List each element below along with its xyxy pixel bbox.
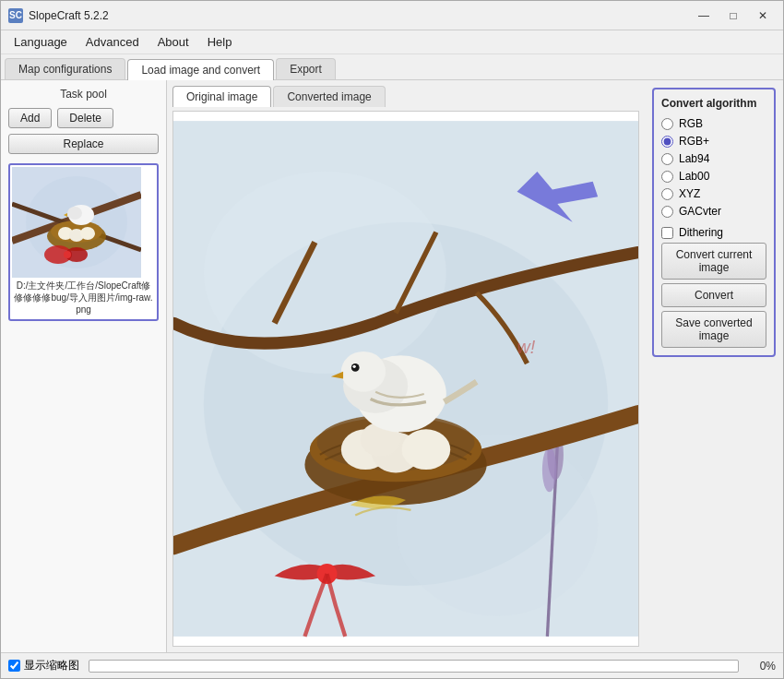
radio-lab00-input[interactable] [661, 171, 673, 183]
svg-text:w!: w! [517, 337, 536, 357]
image-tab-converted[interactable]: Converted image [273, 86, 385, 107]
progress-bar-container [89, 660, 739, 673]
svg-point-27 [402, 429, 451, 470]
right-panel: Convert algorithm RGB RGB+ Lab94 [645, 80, 783, 652]
action-buttons: Convert current image Convert Save conve… [661, 243, 766, 348]
sidebar: Task pool Add Delete Replace [1, 80, 167, 652]
tab-bar: Map configurations Load image and conver… [1, 54, 783, 80]
maximize-button[interactable]: □ [720, 6, 746, 25]
tab-export[interactable]: Export [276, 58, 336, 79]
image-tab-original[interactable]: Original image [172, 86, 271, 107]
window-controls: — □ ✕ [691, 6, 776, 25]
app-icon: SC [8, 8, 23, 23]
radio-rgbplus-label: RGB+ [679, 135, 709, 148]
radio-rgbplus[interactable]: RGB+ [661, 135, 766, 148]
image-tab-bar: Original image Converted image [172, 86, 639, 107]
algorithm-box: Convert algorithm RGB RGB+ Lab94 [652, 88, 776, 357]
convert-current-button[interactable]: Convert current image [661, 243, 766, 280]
radio-lab00[interactable]: Lab00 [661, 170, 766, 183]
dithering-label: Dithering [679, 226, 723, 239]
sidebar-add-delete-buttons: Add Delete [8, 108, 159, 128]
show-thumbnail-checkbox[interactable] [8, 660, 20, 672]
dithering-checkbox[interactable] [661, 227, 673, 239]
radio-lab94-input[interactable] [661, 153, 673, 165]
minimize-button[interactable]: — [691, 6, 717, 25]
main-content: Task pool Add Delete Replace [1, 80, 783, 652]
thumbnail-image [12, 167, 141, 278]
radio-gacvter-input[interactable] [661, 206, 673, 218]
window-title: SlopeCraft 5.2.2 [29, 9, 691, 22]
add-button[interactable]: Add [8, 108, 52, 128]
convert-all-button[interactable]: Convert [661, 283, 766, 307]
tab-map-configurations[interactable]: Map configurations [5, 58, 125, 79]
task-pool-label: Task pool [8, 88, 159, 101]
radio-xyz-label: XYZ [679, 187, 700, 200]
svg-point-8 [80, 227, 95, 240]
main-painting: w! [173, 112, 638, 646]
replace-button[interactable]: Replace [8, 134, 159, 154]
close-button[interactable]: ✕ [750, 6, 776, 25]
svg-point-31 [341, 351, 386, 392]
image-area: Original image Converted image [167, 80, 645, 652]
radio-xyz[interactable]: XYZ [661, 187, 766, 200]
radio-gacvter[interactable]: GACvter [661, 205, 766, 218]
thumbnail-path: D:/主文件夹/工作台/SlopeCraft修修修修修bug/导入用图片/img… [12, 278, 155, 317]
radio-lab00-label: Lab00 [679, 170, 709, 183]
menu-help[interactable]: Help [198, 33, 242, 51]
show-thumbnail-label[interactable]: 显示缩略图 [8, 658, 79, 673]
show-thumbnail-text: 显示缩略图 [24, 658, 79, 673]
radio-rgb[interactable]: RGB [661, 117, 766, 130]
tab-load-convert[interactable]: Load image and convert [127, 59, 274, 80]
radio-rgb-input[interactable] [661, 118, 673, 130]
main-window: SC SlopeCraft 5.2.2 — □ ✕ Language Advan… [0, 0, 784, 679]
thumbnail-box: D:/主文件夹/工作台/SlopeCraft修修修修修bug/导入用图片/img… [8, 163, 159, 321]
title-bar: SC SlopeCraft 5.2.2 — □ ✕ [1, 1, 783, 30]
radio-lab94[interactable]: Lab94 [661, 152, 766, 165]
menu-bar: Language Advanced About Help [1, 30, 783, 54]
delete-button[interactable]: Delete [57, 108, 113, 128]
radio-xyz-input[interactable] [661, 188, 673, 200]
svg-point-33 [352, 365, 355, 368]
menu-language[interactable]: Language [5, 33, 77, 51]
menu-about[interactable]: About [148, 33, 198, 51]
radio-rgb-label: RGB [679, 117, 703, 130]
app-icon-text: SC [9, 10, 22, 20]
image-canvas: w! [172, 111, 639, 647]
svg-point-10 [67, 207, 82, 220]
status-bar: 显示缩略图 0% [1, 652, 783, 678]
thumbnail-svg [12, 167, 141, 278]
svg-point-21 [542, 447, 556, 492]
svg-point-14 [64, 251, 71, 258]
progress-text: 0% [748, 660, 776, 673]
menu-advanced[interactable]: Advanced [77, 33, 148, 51]
save-converted-button[interactable]: Save converted image [661, 311, 766, 348]
radio-rgbplus-input[interactable] [661, 136, 673, 148]
radio-gacvter-label: GACvter [679, 205, 721, 218]
dithering-checkbox-label[interactable]: Dithering [661, 226, 766, 239]
algorithm-title: Convert algorithm [661, 97, 766, 110]
algorithm-radio-group: RGB RGB+ Lab94 Lab00 [661, 117, 766, 239]
radio-lab94-label: Lab94 [679, 152, 709, 165]
